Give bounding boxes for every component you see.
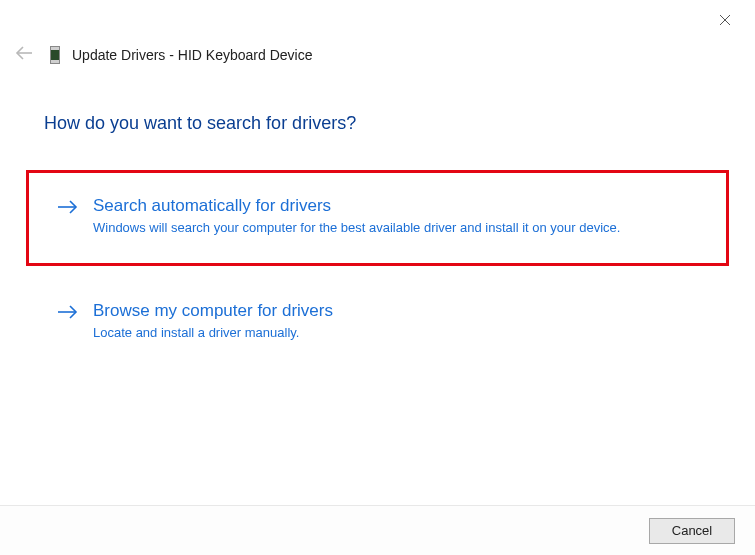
close-button[interactable] <box>711 8 739 33</box>
page-question: How do you want to search for drivers? <box>0 65 755 134</box>
dialog-footer: Cancel <box>0 505 755 555</box>
dialog-title: Update Drivers - HID Keyboard Device <box>72 47 312 63</box>
arrow-right-icon <box>57 195 79 221</box>
options-list: Search automatically for drivers Windows… <box>0 134 755 364</box>
option-description: Windows will search your computer for th… <box>93 219 633 237</box>
back-arrow-icon[interactable] <box>10 44 38 65</box>
option-title: Browse my computer for drivers <box>93 300 701 322</box>
option-text: Search automatically for drivers Windows… <box>93 195 698 237</box>
option-title: Search automatically for drivers <box>93 195 698 217</box>
option-browse-computer[interactable]: Browse my computer for drivers Locate an… <box>26 296 729 364</box>
option-description: Locate and install a driver manually. <box>93 324 633 342</box>
cancel-button[interactable]: Cancel <box>649 518 735 544</box>
device-icon <box>50 46 60 64</box>
arrow-right-icon <box>57 300 79 326</box>
option-text: Browse my computer for drivers Locate an… <box>93 300 701 342</box>
dialog-header: Update Drivers - HID Keyboard Device <box>0 0 755 65</box>
option-search-automatically[interactable]: Search automatically for drivers Windows… <box>26 170 729 266</box>
